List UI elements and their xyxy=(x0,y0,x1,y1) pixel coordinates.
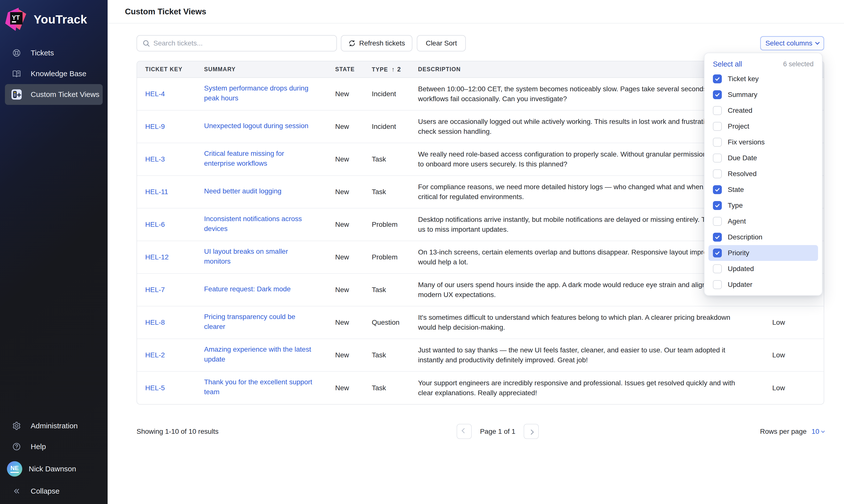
next-page-button[interactable] xyxy=(524,424,539,439)
sidebar-item-label: Knowledge Base xyxy=(31,70,86,78)
checkbox-checked[interactable] xyxy=(713,74,722,83)
summary-link[interactable]: Feature request: Dark mode xyxy=(204,284,291,294)
column-option-project[interactable]: Project xyxy=(708,119,818,134)
column-option-fix-versions[interactable]: Fix versions xyxy=(708,134,818,150)
description-cell: Just wanted to say thanks — the new UI f… xyxy=(410,339,761,372)
column-option-due-date[interactable]: Due Date xyxy=(708,150,818,166)
type-cell: Question xyxy=(364,306,410,339)
book-icon xyxy=(11,68,22,79)
ticket-key-link[interactable]: HEL-11 xyxy=(145,188,168,196)
column-option-resolved[interactable]: Resolved xyxy=(708,166,818,182)
summary-link[interactable]: Critical feature missing forenterprise w… xyxy=(204,149,284,168)
chevron-left-icon xyxy=(462,428,467,433)
state-cell: New xyxy=(327,372,364,404)
ticket-key-link[interactable]: HEL-2 xyxy=(145,351,165,359)
sidebar-item-tickets[interactable]: Tickets xyxy=(5,42,103,63)
ticket-key-link[interactable]: HEL-8 xyxy=(145,319,165,326)
summary-link[interactable]: Thank you for the excellent supportteam xyxy=(204,377,312,397)
checkbox-unchecked[interactable] xyxy=(713,264,722,273)
sidebar-bottom-nav: Administration Help NE Nick Dawnson Coll… xyxy=(0,415,108,504)
type-cell: Task xyxy=(364,339,410,372)
checkbox-checked[interactable] xyxy=(713,185,722,194)
select-columns-label: Select columns xyxy=(765,39,812,47)
column-header-summary[interactable]: SUMMARY xyxy=(196,61,327,78)
column-option-ticket-key[interactable]: Ticket key xyxy=(708,71,818,87)
checkbox-checked[interactable] xyxy=(713,249,722,257)
previous-page-button[interactable] xyxy=(456,424,472,439)
ticket-key-link[interactable]: HEL-3 xyxy=(145,155,165,163)
toolbar: Refresh tickets Clear Sort Select column… xyxy=(137,35,824,51)
column-option-agent[interactable]: Agent xyxy=(708,213,818,229)
column-option-type[interactable]: Type xyxy=(708,198,818,213)
sidebar: YT YouTrack Tickets Knowledge Base Custo… xyxy=(0,0,108,504)
summary-link[interactable]: Inconsistent notifications acrossdevices xyxy=(204,214,302,234)
dropdown-header: Select all 6 selected xyxy=(708,57,818,71)
summary-link[interactable]: Unexpected logout during session xyxy=(204,121,308,131)
ticket-key-link[interactable]: HEL-6 xyxy=(145,221,165,229)
search-input[interactable] xyxy=(137,35,337,51)
column-option-label: Summary xyxy=(728,91,757,99)
sidebar-item-custom-ticket-views[interactable]: Custom Ticket Views xyxy=(5,84,103,105)
summary-link[interactable]: System performance drops duringpeak hour… xyxy=(204,83,308,103)
summary-link[interactable]: Need better audit logging xyxy=(204,186,282,196)
column-option-created[interactable]: Created xyxy=(708,103,818,119)
summary-link[interactable]: Amazing experience with the latestupdate xyxy=(204,344,311,364)
description-cell: Your support engineers are incredibly re… xyxy=(410,372,761,404)
ticket-key-link[interactable]: HEL-4 xyxy=(145,90,165,98)
column-option-label: Type xyxy=(728,201,743,210)
check-icon xyxy=(714,202,720,209)
column-option-updated[interactable]: Updated xyxy=(708,261,818,277)
column-option-state[interactable]: State xyxy=(708,182,818,198)
ticket-key-link[interactable]: HEL-9 xyxy=(145,123,165,130)
column-header-type[interactable]: TYPE↑ 2 xyxy=(364,61,410,78)
column-option-updater[interactable]: Updater xyxy=(708,277,818,292)
user-menu[interactable]: NE Nick Dawnson xyxy=(5,457,103,481)
user-name: Nick Dawnson xyxy=(29,465,76,473)
column-header-ticket-key[interactable]: TICKET KEY xyxy=(137,61,196,78)
check-icon xyxy=(714,92,720,98)
type-cell: Incident xyxy=(364,110,410,143)
checkbox-unchecked[interactable] xyxy=(713,280,722,289)
column-option-priority[interactable]: Priority xyxy=(708,245,818,261)
checkbox-unchecked[interactable] xyxy=(713,169,722,178)
ticket-key-link[interactable]: HEL-5 xyxy=(145,384,165,392)
column-option-description[interactable]: Description xyxy=(708,229,818,245)
checkbox-checked[interactable] xyxy=(713,233,722,241)
collapse-sidebar-button[interactable]: Collapse xyxy=(5,481,103,502)
search-icon xyxy=(142,39,150,48)
priority-cell: Low xyxy=(761,372,824,404)
select-all-link[interactable]: Select all xyxy=(713,60,742,68)
ticket-row-hel-2[interactable]: HEL-2 Amazing experience with the latest… xyxy=(137,339,824,372)
summary-link[interactable]: Pricing transparency could beclearer xyxy=(204,312,295,331)
clear-sort-button[interactable]: Clear Sort xyxy=(417,35,466,51)
column-header-state[interactable]: STATE xyxy=(327,61,364,78)
state-cell: New xyxy=(327,176,364,208)
column-option-summary[interactable]: Summary xyxy=(708,87,818,103)
svg-text:YT: YT xyxy=(12,14,20,21)
sidebar-item-label: Custom Ticket Views xyxy=(31,90,100,99)
column-option-label: Due Date xyxy=(728,154,757,162)
checkbox-unchecked[interactable] xyxy=(713,122,722,131)
ticket-key-link[interactable]: HEL-7 xyxy=(145,286,165,294)
checkbox-unchecked[interactable] xyxy=(713,154,722,162)
sidebar-item-help[interactable]: Help xyxy=(5,436,103,457)
ticket-row-hel-8[interactable]: HEL-8 Pricing transparency could beclear… xyxy=(137,306,824,339)
type-cell: Task xyxy=(364,143,410,176)
check-icon xyxy=(714,250,720,256)
checkbox-checked[interactable] xyxy=(713,90,722,99)
checkbox-checked[interactable] xyxy=(713,201,722,210)
select-columns-button[interactable]: Select columns xyxy=(760,36,824,51)
checkbox-unchecked[interactable] xyxy=(713,106,722,115)
column-option-label: Updated xyxy=(728,265,754,273)
checkbox-unchecked[interactable] xyxy=(713,217,722,226)
ticket-row-hel-5[interactable]: HEL-5 Thank you for the excellent suppor… xyxy=(137,372,824,404)
type-cell: Task xyxy=(364,176,410,208)
rows-per-page-select[interactable]: 10 xyxy=(812,428,824,435)
sidebar-item-administration[interactable]: Administration xyxy=(5,415,103,436)
refresh-tickets-button[interactable]: Refresh tickets xyxy=(341,35,412,51)
sidebar-item-label: Administration xyxy=(31,422,78,430)
summary-link[interactable]: UI layout breaks on smallermonitors xyxy=(204,247,288,266)
ticket-key-link[interactable]: HEL-12 xyxy=(145,253,169,261)
sidebar-item-knowledge-base[interactable]: Knowledge Base xyxy=(5,63,103,84)
checkbox-unchecked[interactable] xyxy=(713,138,722,147)
